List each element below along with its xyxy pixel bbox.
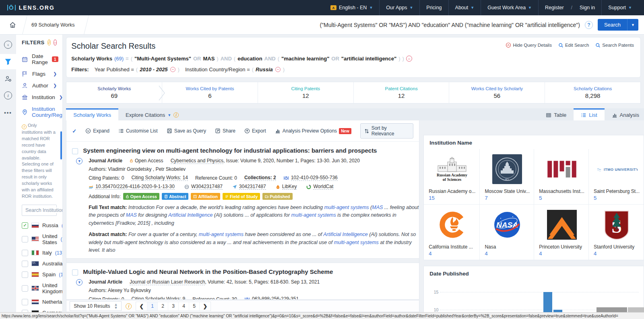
sidebar-item-author[interactable]: Author❯ <box>22 80 57 91</box>
view-tab-table[interactable]: Table <box>539 108 574 120</box>
badge-abstract[interactable]: Abstract <box>162 193 189 200</box>
page-button-4[interactable]: 4 <box>179 302 189 311</box>
home-button[interactable] <box>6 19 19 31</box>
stat-citing-patents[interactable]: Citing Patents12 <box>258 82 353 103</box>
topnav-item-about[interactable]: About▼ <box>448 0 481 15</box>
search-query-text[interactable]: ("Multi-Agent Systems" OR "MAS") AND "ed… <box>320 22 580 28</box>
country-checkbox[interactable]: ✓ <box>22 222 28 229</box>
country-search-box[interactable] <box>22 205 57 216</box>
share-button[interactable]: Share <box>215 128 235 134</box>
country-checkbox[interactable] <box>22 236 28 242</box>
search-patents-button[interactable]: Search Patents <box>595 43 634 48</box>
stanford-logo[interactable]: S <box>594 206 640 243</box>
query-help-icon[interactable]: ? <box>585 21 593 29</box>
expand-button[interactable]: Expand <box>85 128 109 134</box>
mag-id[interactable]: 3042317487 <box>232 184 266 190</box>
libkey-id[interactable]: LibKey <box>276 184 297 190</box>
pagination-info-icon[interactable]: i <box>126 303 132 309</box>
worldcat-id[interactable]: WorldCat <box>306 184 333 190</box>
select-all-check-icon[interactable]: ✓ <box>72 128 76 134</box>
result-checkbox[interactable] <box>72 269 78 276</box>
info-icon[interactable]: i <box>0 88 16 103</box>
country-count[interactable]: (13) <box>55 250 63 256</box>
topnav-item-register[interactable]: Register/Sign in <box>538 0 601 15</box>
remove-query-icon[interactable]: − <box>406 56 412 62</box>
stat-scholarly-works[interactable]: Scholarly Works69 <box>66 82 162 103</box>
institution-count[interactable]: 4 <box>594 251 640 257</box>
page-button-2[interactable]: 2 <box>158 302 168 311</box>
count-chip[interactable]: Collections: 2 <box>244 175 276 181</box>
filters-collapse-icon[interactable]: − <box>54 39 57 46</box>
sort-by-relevance-button[interactable]: Sort by Relevance <box>360 123 414 139</box>
institution-count[interactable]: 5 <box>539 195 584 201</box>
country-checkbox[interactable] <box>22 261 28 267</box>
filters-info-icon[interactable]: i <box>47 39 51 46</box>
remove-filter-icon[interactable]: − <box>170 67 175 72</box>
openalex-id[interactable]: W3042317487 <box>184 184 223 190</box>
topnav-item-pricing[interactable]: Pricing <box>419 0 448 15</box>
institution-count[interactable]: 4 <box>485 251 530 257</box>
country-checkbox[interactable] <box>22 271 28 278</box>
result-title[interactable]: Multiple-Valued Logic and Neural Network… <box>83 268 333 275</box>
results-per-page-select[interactable]: Show 10 Results ▲▼ <box>70 301 122 311</box>
sidebar-item-flags[interactable]: Flags❯ <box>22 68 57 80</box>
page-button-3[interactable]: 3 <box>168 302 179 311</box>
itmo-logo[interactable]: ITMO UNIVERSITY <box>594 151 640 188</box>
mit-logo[interactable] <box>539 151 584 188</box>
expand-result-icon[interactable]: ▼ <box>76 279 83 286</box>
princeton-logo[interactable] <box>539 206 584 243</box>
customise-list-button[interactable]: Customise List <box>118 128 158 134</box>
sidebar-item-date-range[interactable]: Date Range1❯ <box>22 50 57 68</box>
sidebar-item-institution-country-region[interactable]: Institution Country/Region1▼ <box>22 103 57 121</box>
edit-search-button[interactable]: Edit Search <box>558 43 589 48</box>
institution-count[interactable]: 15 <box>429 195 475 201</box>
next-page-button[interactable]: ❯ <box>200 302 211 311</box>
sidebar-scrollbar[interactable] <box>60 131 62 160</box>
caltech-logo[interactable] <box>429 206 475 243</box>
ras-logo[interactable]: Russian Academyof Sciences <box>429 151 475 188</box>
stat-works-cited-by-scholarly[interactable]: Works Cited by Scholarly56 <box>449 82 545 103</box>
badge-field-of-study[interactable]: Field of Study <box>223 193 260 200</box>
page-button-5[interactable]: 5 <box>189 302 200 311</box>
nasa-logo[interactable]: NASA <box>485 206 530 243</box>
export-button[interactable]: Export <box>244 128 266 134</box>
filters-funnel-icon[interactable] <box>0 54 16 69</box>
save-as-query-button[interactable]: Save as Query <box>167 128 206 134</box>
doi-id[interactable]: 10.35470/2226-4116-2020-9-1-13-30 <box>89 184 175 190</box>
collapse-sidebar-icon[interactable]: ‹ <box>0 37 16 52</box>
badge-open-access[interactable]: Open Access <box>123 193 159 200</box>
result-title[interactable]: System engineering view on multi-agent t… <box>83 147 377 154</box>
remove-filter-icon[interactable]: − <box>275 67 281 72</box>
country-count[interactable]: (11) <box>59 272 63 278</box>
expand-result-icon[interactable]: ▼ <box>76 158 83 164</box>
lens-logo[interactable]: Ō LENS.ORG <box>7 4 55 11</box>
tab-scholarly-works[interactable]: Scholarly Works <box>66 108 118 120</box>
user-settings-icon[interactable] <box>0 71 16 86</box>
more-options-icon[interactable]: ••• <box>0 105 16 120</box>
stat-scholarly-citations[interactable]: Scholarly Citations8,298 <box>545 82 640 103</box>
topnav-item-english-en[interactable]: AEnglish - EN▼ <box>324 0 379 15</box>
topnav-item-signin[interactable]: Sign in <box>580 5 595 10</box>
search-button-dropdown[interactable]: ▼ <box>627 19 638 31</box>
count-chip-with-icon[interactable]: 063-898-256-229-351 <box>244 296 299 300</box>
badge-published[interactable]: Published <box>262 193 292 200</box>
topnav-item-guest-work-area[interactable]: Guest Work Area▼ <box>481 0 538 15</box>
view-tab-list[interactable]: List <box>574 108 604 120</box>
sidebar-item-institution[interactable]: Institution❯ <box>22 91 57 103</box>
journal-link[interactable]: Journal of Russian Laser Research <box>130 279 205 285</box>
institution-count[interactable]: 4 <box>539 251 584 257</box>
previous-page-button[interactable]: ❮ <box>136 302 147 311</box>
journal-link[interactable]: Cybernetics and Physics <box>171 158 223 164</box>
country-checkbox[interactable] <box>22 285 28 292</box>
analysis-preview-options-button[interactable]: Analysis Preview OptionsNew <box>275 128 351 134</box>
count-chip[interactable]: Citing Scholarly Works: 9 <box>131 296 185 300</box>
page-button-1[interactable]: 1 <box>147 302 158 311</box>
count-chip-with-icon[interactable]: 102-410-029-550-736 <box>283 175 338 181</box>
stat-works-cited-by-patents[interactable]: Works Cited by Patents6 <box>162 82 258 103</box>
view-tab-analysis[interactable]: Analysis <box>605 108 644 120</box>
topnav-item-our-apps[interactable]: Our Apps▼ <box>379 0 419 15</box>
stat-patent-citations[interactable]: Patent Citations12 <box>353 82 449 103</box>
country-checkbox[interactable] <box>22 250 28 256</box>
search-button[interactable]: Search ▼ <box>598 19 638 31</box>
institution-count[interactable]: 5 <box>594 195 640 201</box>
